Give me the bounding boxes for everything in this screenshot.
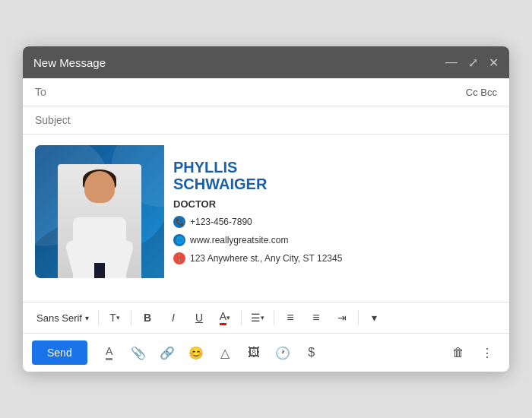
- indent-button[interactable]: ⇥: [331, 307, 353, 328]
- email-compose-window: New Message — ⤢ ✕ To Cc Bcc Subject: [23, 46, 509, 372]
- signature-website-row: 🌐 www.reallygreatsite.com: [173, 234, 345, 246]
- doctor-avatar: [58, 164, 141, 278]
- signature-card: PHYLLIS SCHWAIGER DOCTOR 📞 +123-456-7890…: [35, 145, 354, 278]
- signature-image: [35, 145, 164, 278]
- send-button[interactable]: Send: [32, 340, 87, 365]
- window-controls: — ⤢ ✕: [445, 55, 499, 70]
- to-input[interactable]: [73, 86, 466, 98]
- window-title: New Message: [33, 56, 106, 69]
- delete-button[interactable]: 🗑: [445, 340, 471, 366]
- numbered-list-button[interactable]: ≡: [279, 307, 302, 328]
- subject-row: Subject: [23, 106, 509, 135]
- font-family-chevron: ▾: [85, 314, 89, 322]
- signature-address-row: 📍 123 Anywhere st., Any City, ST 12345: [173, 252, 345, 264]
- globe-icon: 🌐: [173, 234, 185, 246]
- schedule-action[interactable]: 🕐: [270, 340, 296, 366]
- attachment-action[interactable]: 📎: [125, 340, 151, 366]
- signature-phone-row: 📞 +123-456-7890: [173, 216, 345, 228]
- maximize-button[interactable]: ⤢: [468, 55, 478, 70]
- formatting-toolbar: Sans Serif ▾ T▾ B I U A ▾ ☰ ▾ ≡ ≡: [23, 302, 509, 333]
- action-bar: Send A 📎 🔗 😊 △ 🖼 🕐 $ 🗑 ⋮: [23, 333, 509, 372]
- link-action[interactable]: 🔗: [154, 340, 180, 366]
- phone-icon: 📞: [173, 216, 185, 228]
- emoji-action[interactable]: 😊: [183, 340, 209, 366]
- body-area[interactable]: PHYLLIS SCHWAIGER DOCTOR 📞 +123-456-7890…: [23, 135, 509, 302]
- font-color-button[interactable]: A ▾: [214, 307, 236, 328]
- separator-4: [274, 310, 274, 325]
- underline-button[interactable]: U: [188, 307, 211, 328]
- close-button[interactable]: ✕: [489, 55, 499, 70]
- signature-name: PHYLLIS SCHWAIGER: [173, 159, 345, 192]
- separator-2: [131, 310, 131, 325]
- text-color-action[interactable]: A: [97, 340, 122, 366]
- font-family-selector[interactable]: Sans Serif ▾: [32, 311, 93, 325]
- more-action-button[interactable]: ⋮: [474, 340, 500, 366]
- signature-website: www.reallygreatsite.com: [190, 235, 288, 245]
- signature-address: 123 Anywhere st., Any City, ST 12345: [190, 253, 342, 264]
- signature-info: PHYLLIS SCHWAIGER DOCTOR 📞 +123-456-7890…: [164, 145, 354, 278]
- location-icon: 📍: [173, 252, 185, 264]
- italic-button[interactable]: I: [162, 307, 185, 328]
- align-button[interactable]: ☰ ▾: [246, 307, 269, 328]
- separator-3: [241, 310, 242, 325]
- to-row: To Cc Bcc: [23, 78, 509, 106]
- drive-action[interactable]: △: [212, 340, 238, 366]
- font-size-button[interactable]: T▾: [103, 307, 126, 328]
- dollar-action[interactable]: $: [299, 340, 325, 366]
- cc-bcc-button[interactable]: Cc Bcc: [466, 87, 497, 98]
- minimize-button[interactable]: —: [445, 55, 458, 69]
- separator-5: [358, 310, 359, 325]
- to-label: To: [35, 86, 73, 98]
- separator-1: [98, 310, 99, 325]
- subject-label: Subject: [35, 114, 73, 126]
- signature-phone: +123-456-7890: [190, 217, 252, 227]
- font-family-label: Sans Serif: [36, 312, 82, 324]
- more-options-button[interactable]: ▾: [363, 307, 386, 328]
- photo-action[interactable]: 🖼: [241, 340, 267, 366]
- bullet-list-button[interactable]: ≡: [305, 307, 328, 328]
- signature-title: DOCTOR: [173, 198, 345, 210]
- titlebar: New Message — ⤢ ✕: [23, 46, 509, 78]
- bold-button[interactable]: B: [136, 307, 159, 328]
- subject-input[interactable]: [73, 114, 497, 126]
